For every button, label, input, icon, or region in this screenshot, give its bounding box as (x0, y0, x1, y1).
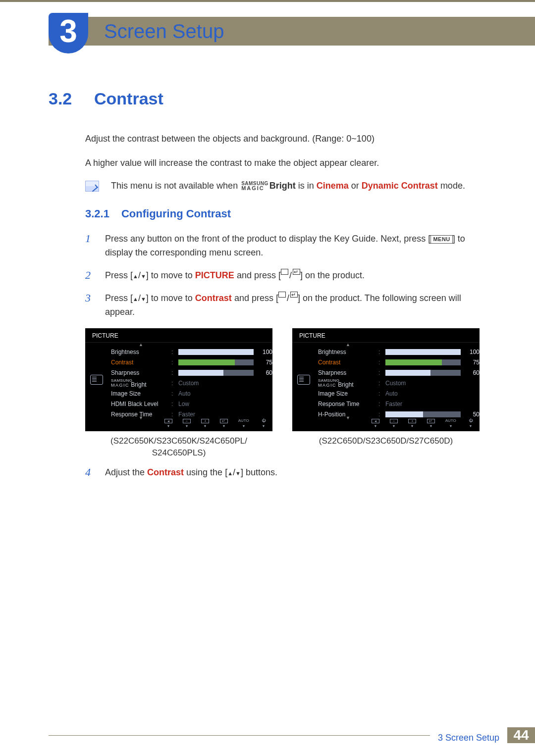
footer-rule (49, 735, 430, 746)
note-block: This menu is not available when SAMSUNGM… (85, 181, 486, 192)
osd-row-brightness: Brightness:100 (318, 347, 480, 357)
section-title: Contrast (94, 89, 163, 108)
osd-row-contrast: Contrast:75 (111, 357, 272, 367)
osd-screenshot-row: PICTURE ▲ Brightness:100 Contrast:75 Sha… (85, 328, 486, 459)
plus-icon: +▾ (201, 419, 209, 428)
steps-list-continued: 4 Adjust the Contrast using the [/] butt… (85, 466, 486, 480)
osd-row-magic-bright: SAMSUNGMAGIC Bright:Custom (111, 378, 272, 388)
scroll-down-icon: ▼ (346, 415, 350, 420)
picture-keyword: PICTURE (195, 270, 234, 280)
step-3: 3 Press [/] to move to Contrast and pres… (85, 292, 486, 319)
osd-row-response-time: Response Time:Faster (111, 409, 272, 419)
osd-row-hdmi-black: HDMI Black Level:Low (111, 399, 272, 409)
back-icon: ◂▾ (372, 419, 379, 428)
page-content: 3.2 Contrast Adjust the contrast between… (49, 89, 486, 489)
auto-icon: AUTO▾ (445, 419, 456, 428)
osd-footer-icons: ◂▾ −▾ +▾ ↵▾ AUTO▾ ⏻▾ (164, 419, 268, 428)
steps-list: 1 Press any button on the front of the p… (85, 232, 486, 319)
osd-row-sharpness: Sharpness:60 (111, 367, 272, 378)
osd-row-image-size: Image Size:Auto (318, 388, 480, 399)
down-arrow-icon (141, 270, 146, 280)
osd-list: Brightness:100 Contrast:75 Sharpness:60 … (111, 347, 272, 419)
contrast-keyword: Contrast (147, 467, 184, 477)
subsection-heading: 3.2.1 Configuring Contrast (85, 207, 486, 220)
subsection-number: 3.2.1 (85, 207, 109, 220)
osd-left-caption: (S22C650K/S23C650K/S24C650PL/ S24C650PLS… (85, 435, 272, 459)
step-1: 1 Press any button on the front of the p… (85, 232, 486, 260)
step-1-text: Press any button on the front of the pro… (105, 232, 486, 260)
minus-icon: −▾ (183, 419, 191, 428)
step-4: 4 Adjust the Contrast using the [/] butt… (85, 466, 486, 480)
note-mid: is in (296, 181, 317, 191)
osd-row-sharpness: Sharpness:60 (318, 367, 480, 378)
osd-title: PICTURE (292, 328, 480, 343)
note-text-pre: This menu is not available when (111, 181, 240, 191)
note-text: This menu is not available when SAMSUNGM… (111, 181, 465, 191)
intro-paragraph-2: A higher value will increase the contras… (85, 156, 486, 170)
section-number: 3.2 (49, 89, 76, 108)
scroll-down-icon: ▼ (139, 415, 143, 420)
osd-right-wrap: PICTURE ▲ Brightness:100 Contrast:75 Sha… (292, 328, 480, 459)
samsung-magic-bright-label: SAMSUNGMAGIC Bright (111, 379, 171, 388)
menu-button-chip: MENU (430, 235, 452, 244)
osd-row-h-position: H-Position:50 (318, 409, 480, 419)
picture-category-icon (90, 375, 103, 385)
power-icon: ⏻▾ (260, 419, 268, 428)
power-icon: ⏻▾ (467, 419, 475, 428)
section-heading: 3.2 Contrast (49, 89, 486, 108)
contrast-keyword: Contrast (195, 293, 232, 303)
enter-icon: ↵▾ (427, 419, 435, 428)
osd-menu-left: PICTURE ▲ Brightness:100 Contrast:75 Sha… (85, 328, 272, 431)
up-arrow-icon (227, 467, 233, 477)
samsung-magic-bright-label: SAMSUNGMAGIC Bright (318, 379, 378, 388)
page-footer: 3 Screen Setup 44 (49, 724, 535, 746)
scroll-up-icon: ▲ (346, 342, 350, 347)
picture-category-icon (297, 375, 310, 385)
osd-menu-right: PICTURE ▲ Brightness:100 Contrast:75 Sha… (292, 328, 480, 431)
top-accent-bar (0, 0, 535, 2)
osd-title: PICTURE (85, 328, 272, 343)
samsung-magic-logo: SAMSUNGMAGIC (241, 182, 268, 191)
down-arrow-icon (235, 467, 241, 477)
osd-footer-icons: ◂▾ −▾ +▾ ↵▾ AUTO▾ ⏻▾ (372, 419, 475, 428)
footer-right: 3 Screen Setup 44 (430, 724, 535, 746)
page-number: 44 (507, 727, 535, 743)
note-or: or (349, 181, 362, 191)
step-number: 3 (85, 292, 96, 319)
chapter-number-tab: 3 (49, 13, 88, 53)
chapter-header: 3 Screen Setup (49, 17, 535, 46)
osd-list: Brightness:100 Contrast:75 Sharpness:60 … (318, 347, 480, 419)
scroll-up-icon: ▲ (139, 342, 143, 347)
auto-icon: AUTO▾ (238, 419, 249, 428)
up-arrow-icon (133, 293, 138, 303)
section-body: Adjust the contrast between the objects … (85, 132, 486, 480)
osd-row-contrast: Contrast:75 (318, 357, 480, 367)
osd-left-wrap: PICTURE ▲ Brightness:100 Contrast:75 Sha… (85, 328, 272, 459)
back-icon: ◂▾ (164, 419, 172, 428)
note-cinema: Cinema (317, 181, 349, 191)
osd-right-caption: (S22C650D/S23C650D/S27C650D) (292, 435, 480, 447)
step-4-text: Adjust the Contrast using the [/] button… (105, 466, 277, 480)
step-2-text: Press [/] to move to PICTURE and press [… (105, 269, 365, 283)
enter-source-icon: / (278, 292, 298, 305)
up-arrow-icon (133, 270, 138, 280)
minus-icon: −▾ (390, 419, 398, 428)
step-number: 4 (85, 466, 96, 480)
osd-row-brightness: Brightness:100 (111, 347, 272, 357)
chapter-title: Screen Setup (104, 20, 224, 43)
enter-icon: ↵▾ (220, 419, 228, 428)
osd-row-magic-bright: SAMSUNGMAGIC Bright:Custom (318, 378, 480, 388)
note-bright: Bright (269, 181, 296, 191)
intro-paragraph-1: Adjust the contrast between the objects … (85, 132, 486, 146)
plus-icon: +▾ (408, 419, 416, 428)
down-arrow-icon (141, 293, 146, 303)
note-dynamic-contrast: Dynamic Contrast (362, 181, 438, 191)
step-2: 2 Press [/] to move to PICTURE and press… (85, 269, 486, 283)
footer-chapter-label: 3 Screen Setup (430, 728, 507, 743)
step-number: 2 (85, 269, 96, 283)
step-number: 1 (85, 232, 96, 260)
chapter-number: 3 (59, 15, 77, 47)
osd-row-image-size: Image Size:Auto (111, 388, 272, 399)
enter-source-icon: / (281, 269, 300, 283)
osd-row-response-time: Response Time:Faster (318, 399, 480, 409)
